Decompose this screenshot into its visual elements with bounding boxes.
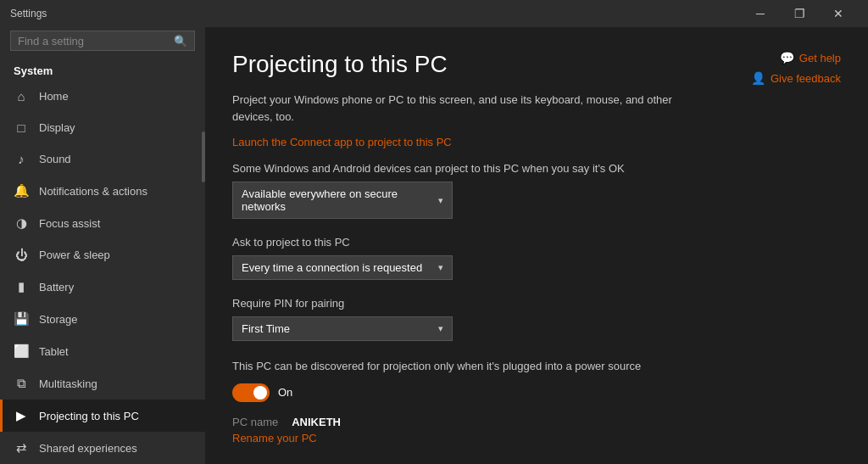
pc-name-value: ANIKETH <box>292 416 341 428</box>
dropdown1-value: Available everywhere on secure networks <box>242 187 438 213</box>
search-icon: 🔍 <box>174 35 187 48</box>
tablet-nav-icon: ⬜ <box>14 344 29 359</box>
sidebar-item-power[interactable]: ⏻Power & sleep <box>0 239 205 271</box>
focus-nav-icon: ◑ <box>14 215 29 231</box>
restore-button[interactable]: ❐ <box>780 0 819 27</box>
dropdown1-arrow-icon: ▾ <box>438 195 443 206</box>
content-area: 💬 Get help 👤 Give feedback Projecting to… <box>205 27 868 464</box>
sidebar-item-focus[interactable]: ◑Focus assist <box>0 207 205 239</box>
sidebar-label-projecting: Projecting to this PC <box>39 410 139 422</box>
sidebar-label-storage: Storage <box>39 313 78 326</box>
sidebar-label-display: Display <box>39 121 75 134</box>
sidebar-item-multitasking[interactable]: ⧉Multitasking <box>0 367 205 400</box>
sidebar-label-power: Power & sleep <box>39 249 110 261</box>
ask-to-project-section: Ask to project to this PC Every time a c… <box>232 236 841 280</box>
dropdown2-value: Every time a connection is requested <box>242 261 422 274</box>
toggle-state-label: On <box>278 386 292 399</box>
projecting-nav-icon: ▶ <box>14 408 29 423</box>
plugged-toggle[interactable] <box>232 383 270 402</box>
rename-pc-link[interactable]: Rename your PC <box>232 432 841 444</box>
sidebar-item-sound[interactable]: ♪Sound <box>0 143 205 175</box>
page-title: Projecting to this PC <box>232 51 841 78</box>
give-feedback-icon: 👤 <box>751 71 765 85</box>
projection-availability-dropdown[interactable]: Available everywhere on secure networks … <box>232 182 453 219</box>
window-controls: ─ ❐ ✕ <box>741 0 858 27</box>
sidebar-item-shared[interactable]: ⇄Shared experiences <box>0 432 205 464</box>
page-description: Project your Windows phone or PC to this… <box>232 92 707 125</box>
multitasking-nav-icon: ⧉ <box>14 376 29 391</box>
sidebar-item-notifications[interactable]: 🔔Notifications & actions <box>0 175 205 207</box>
title-bar: Settings ─ ❐ ✕ <box>0 0 868 27</box>
system-label: System <box>0 58 205 81</box>
require-pin-dropdown[interactable]: First Time ▾ <box>232 316 453 341</box>
shared-nav-icon: ⇄ <box>14 440 29 456</box>
sidebar-label-sound: Sound <box>39 153 71 165</box>
dropdown3-label: Require PIN for pairing <box>232 297 841 310</box>
get-help-icon: 💬 <box>780 51 794 64</box>
sound-nav-icon: ♪ <box>14 152 29 166</box>
home-nav-icon: ⌂ <box>14 89 29 103</box>
pc-name-label: PC name <box>232 416 278 428</box>
dropdown2-arrow-icon: ▾ <box>438 262 443 273</box>
get-help-link[interactable]: 💬 Get help <box>780 51 841 64</box>
toggle-row: On <box>232 383 841 402</box>
sidebar: 🔍 System ⌂Home□Display♪Sound🔔Notificatio… <box>0 27 205 464</box>
sidebar-item-display[interactable]: □Display <box>0 112 205 143</box>
app-title: Settings <box>10 8 741 20</box>
search-box[interactable]: 🔍 <box>10 31 195 51</box>
sidebar-label-multitasking: Multitasking <box>39 377 97 390</box>
give-feedback-link[interactable]: 👤 Give feedback <box>751 71 841 85</box>
power-nav-icon: ⏻ <box>14 248 29 262</box>
sidebar-item-battery[interactable]: ▮Battery <box>0 271 205 303</box>
sidebar-scroll: ⌂Home□Display♪Sound🔔Notifications & acti… <box>0 81 205 464</box>
sidebar-label-notifications: Notifications & actions <box>39 185 147 198</box>
sidebar-item-projecting[interactable]: ▶Projecting to this PC <box>0 400 205 432</box>
sidebar-label-tablet: Tablet <box>39 345 69 358</box>
dropdown1-label: Some Windows and Android devices can pro… <box>232 162 841 175</box>
ask-project-dropdown[interactable]: Every time a connection is requested ▾ <box>232 255 453 280</box>
battery-nav-icon: ▮ <box>14 279 29 294</box>
sidebar-label-home: Home <box>39 90 69 103</box>
notifications-nav-icon: 🔔 <box>14 183 29 198</box>
give-feedback-label: Give feedback <box>771 72 841 85</box>
sidebar-nav: ⌂Home□Display♪Sound🔔Notifications & acti… <box>0 81 205 464</box>
sidebar-label-shared: Shared experiences <box>39 442 137 455</box>
search-input[interactable] <box>18 35 174 48</box>
help-links: 💬 Get help 👤 Give feedback <box>751 51 841 85</box>
main-layout: 🔍 System ⌂Home□Display♪Sound🔔Notificatio… <box>0 27 868 464</box>
dropdown2-label: Ask to project to this PC <box>232 236 841 249</box>
projection-availability-section: Some Windows and Android devices can pro… <box>232 162 841 219</box>
close-button[interactable]: ✕ <box>819 0 858 27</box>
sidebar-item-storage[interactable]: 💾Storage <box>0 303 205 335</box>
sidebar-label-battery: Battery <box>39 281 74 293</box>
storage-nav-icon: 💾 <box>14 311 29 327</box>
sidebar-item-tablet[interactable]: ⬜Tablet <box>0 335 205 367</box>
dropdown3-value: First Time <box>242 322 290 335</box>
minimize-button[interactable]: ─ <box>741 0 780 27</box>
sidebar-label-focus: Focus assist <box>39 217 100 230</box>
launch-connect-link[interactable]: Launch the Connect app to project to thi… <box>232 136 452 148</box>
toggle-knob <box>253 386 267 400</box>
dropdown3-arrow-icon: ▾ <box>438 323 443 334</box>
pc-name-row: PC name ANIKETH <box>232 416 841 428</box>
plugged-description: This PC can be discovered for projection… <box>232 358 707 375</box>
display-nav-icon: □ <box>14 120 29 135</box>
sidebar-item-home[interactable]: ⌂Home <box>0 81 205 112</box>
require-pin-section: Require PIN for pairing First Time ▾ <box>232 297 841 341</box>
get-help-label: Get help <box>799 52 841 64</box>
